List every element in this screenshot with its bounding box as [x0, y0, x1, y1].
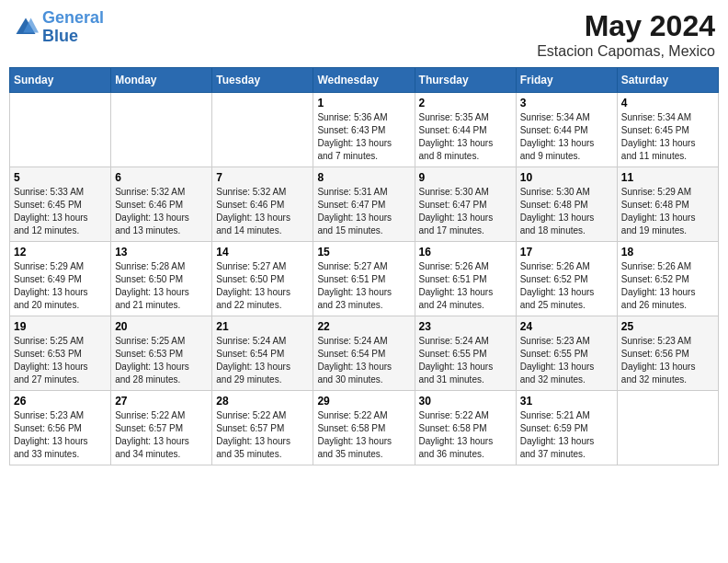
day-number: 8: [317, 171, 410, 184]
calendar-table: SundayMondayTuesdayWednesdayThursdayFrid…: [9, 67, 719, 465]
calendar-header-monday: Monday: [111, 68, 212, 93]
calendar-cell: 24Sunrise: 5:23 AM Sunset: 6:55 PM Dayli…: [516, 316, 617, 391]
logo-icon: [13, 15, 39, 40]
day-number: 29: [317, 395, 410, 408]
calendar-header-row: SundayMondayTuesdayWednesdayThursdayFrid…: [10, 68, 719, 93]
day-info: Sunrise: 5:32 AM Sunset: 6:46 PM Dayligh…: [115, 186, 208, 237]
day-number: 31: [520, 395, 613, 408]
calendar-header-saturday: Saturday: [617, 68, 718, 93]
day-info: Sunrise: 5:31 AM Sunset: 6:47 PM Dayligh…: [317, 186, 410, 237]
calendar-week-2: 5Sunrise: 5:33 AM Sunset: 6:45 PM Daylig…: [10, 167, 719, 242]
calendar-cell: 16Sunrise: 5:26 AM Sunset: 6:51 PM Dayli…: [415, 242, 516, 316]
calendar-header-thursday: Thursday: [415, 68, 516, 93]
day-info: Sunrise: 5:34 AM Sunset: 6:45 PM Dayligh…: [621, 111, 714, 163]
calendar-cell: 25Sunrise: 5:23 AM Sunset: 6:56 PM Dayli…: [617, 316, 718, 391]
calendar-cell: 3Sunrise: 5:34 AM Sunset: 6:44 PM Daylig…: [516, 93, 617, 167]
day-number: 7: [216, 171, 309, 184]
day-number: 21: [216, 320, 309, 333]
day-info: Sunrise: 5:32 AM Sunset: 6:46 PM Dayligh…: [216, 186, 309, 237]
day-number: 13: [115, 246, 208, 259]
calendar-cell: 23Sunrise: 5:24 AM Sunset: 6:55 PM Dayli…: [415, 316, 516, 391]
day-info: Sunrise: 5:21 AM Sunset: 6:59 PM Dayligh…: [520, 409, 613, 461]
day-number: 27: [115, 395, 208, 408]
calendar-cell: 8Sunrise: 5:31 AM Sunset: 6:47 PM Daylig…: [313, 167, 415, 242]
day-info: Sunrise: 5:24 AM Sunset: 6:54 PM Dayligh…: [317, 335, 410, 386]
calendar-cell: 12Sunrise: 5:29 AM Sunset: 6:49 PM Dayli…: [10, 242, 111, 316]
day-number: 20: [115, 320, 208, 333]
day-number: 22: [317, 320, 410, 333]
day-info: Sunrise: 5:35 AM Sunset: 6:44 PM Dayligh…: [419, 111, 512, 163]
day-number: 14: [216, 246, 309, 259]
day-info: Sunrise: 5:34 AM Sunset: 6:44 PM Dayligh…: [520, 111, 613, 163]
day-info: Sunrise: 5:26 AM Sunset: 6:52 PM Dayligh…: [621, 260, 714, 312]
day-number: 18: [621, 246, 714, 259]
calendar-week-5: 26Sunrise: 5:23 AM Sunset: 6:56 PM Dayli…: [10, 391, 719, 465]
logo: General Blue: [13, 9, 104, 46]
day-info: Sunrise: 5:23 AM Sunset: 6:55 PM Dayligh…: [520, 335, 613, 386]
day-info: Sunrise: 5:23 AM Sunset: 6:56 PM Dayligh…: [14, 409, 107, 461]
day-number: 5: [14, 171, 107, 184]
calendar-cell: 18Sunrise: 5:26 AM Sunset: 6:52 PM Dayli…: [617, 242, 718, 316]
calendar-cell: 1Sunrise: 5:36 AM Sunset: 6:43 PM Daylig…: [313, 93, 415, 167]
day-number: 24: [520, 320, 613, 333]
day-info: Sunrise: 5:30 AM Sunset: 6:48 PM Dayligh…: [520, 186, 613, 237]
calendar-cell: 11Sunrise: 5:29 AM Sunset: 6:48 PM Dayli…: [617, 167, 718, 242]
calendar-cell: 28Sunrise: 5:22 AM Sunset: 6:57 PM Dayli…: [212, 391, 313, 465]
calendar-cell: 9Sunrise: 5:30 AM Sunset: 6:47 PM Daylig…: [415, 167, 516, 242]
calendar-cell: 15Sunrise: 5:27 AM Sunset: 6:51 PM Dayli…: [313, 242, 415, 316]
calendar-cell: 4Sunrise: 5:34 AM Sunset: 6:45 PM Daylig…: [617, 93, 718, 167]
day-number: 4: [621, 97, 714, 109]
calendar-week-3: 12Sunrise: 5:29 AM Sunset: 6:49 PM Dayli…: [10, 242, 719, 316]
day-number: 2: [419, 97, 512, 109]
calendar-cell: 21Sunrise: 5:24 AM Sunset: 6:54 PM Dayli…: [212, 316, 313, 391]
day-info: Sunrise: 5:25 AM Sunset: 6:53 PM Dayligh…: [14, 335, 107, 386]
day-info: Sunrise: 5:33 AM Sunset: 6:45 PM Dayligh…: [14, 186, 107, 237]
calendar-cell: 27Sunrise: 5:22 AM Sunset: 6:57 PM Dayli…: [111, 391, 212, 465]
day-number: 11: [621, 171, 714, 184]
day-info: Sunrise: 5:22 AM Sunset: 6:57 PM Dayligh…: [216, 409, 309, 461]
calendar-cell: 14Sunrise: 5:27 AM Sunset: 6:50 PM Dayli…: [212, 242, 313, 316]
day-number: 19: [14, 320, 107, 333]
day-number: 10: [520, 171, 613, 184]
day-number: 15: [317, 246, 410, 259]
day-info: Sunrise: 5:29 AM Sunset: 6:48 PM Dayligh…: [621, 186, 714, 237]
calendar-header-friday: Friday: [516, 68, 617, 93]
day-info: Sunrise: 5:24 AM Sunset: 6:55 PM Dayligh…: [419, 335, 512, 386]
day-info: Sunrise: 5:22 AM Sunset: 6:58 PM Dayligh…: [419, 409, 512, 461]
calendar-cell: 31Sunrise: 5:21 AM Sunset: 6:59 PM Dayli…: [516, 391, 617, 465]
calendar-cell: 20Sunrise: 5:25 AM Sunset: 6:53 PM Dayli…: [111, 316, 212, 391]
day-info: Sunrise: 5:25 AM Sunset: 6:53 PM Dayligh…: [115, 335, 208, 386]
calendar-cell: [617, 391, 718, 465]
calendar-cell: [10, 93, 111, 167]
calendar-cell: 30Sunrise: 5:22 AM Sunset: 6:58 PM Dayli…: [415, 391, 516, 465]
day-info: Sunrise: 5:36 AM Sunset: 6:43 PM Dayligh…: [317, 111, 410, 163]
title-block: May 2024 Estacion Capomas, Mexico: [537, 9, 715, 60]
calendar-cell: 22Sunrise: 5:24 AM Sunset: 6:54 PM Dayli…: [313, 316, 415, 391]
day-info: Sunrise: 5:24 AM Sunset: 6:54 PM Dayligh…: [216, 335, 309, 386]
calendar-header-tuesday: Tuesday: [212, 68, 313, 93]
calendar-cell: 13Sunrise: 5:28 AM Sunset: 6:50 PM Dayli…: [111, 242, 212, 316]
calendar-cell: [111, 93, 212, 167]
day-number: 6: [115, 171, 208, 184]
day-info: Sunrise: 5:26 AM Sunset: 6:51 PM Dayligh…: [419, 260, 512, 312]
day-info: Sunrise: 5:23 AM Sunset: 6:56 PM Dayligh…: [621, 335, 714, 386]
calendar-cell: 7Sunrise: 5:32 AM Sunset: 6:46 PM Daylig…: [212, 167, 313, 242]
calendar-cell: 17Sunrise: 5:26 AM Sunset: 6:52 PM Dayli…: [516, 242, 617, 316]
day-info: Sunrise: 5:26 AM Sunset: 6:52 PM Dayligh…: [520, 260, 613, 312]
month-year: May 2024: [537, 9, 715, 43]
day-number: 9: [419, 171, 512, 184]
day-number: 26: [14, 395, 107, 408]
day-info: Sunrise: 5:27 AM Sunset: 6:51 PM Dayligh…: [317, 260, 410, 312]
day-number: 30: [419, 395, 512, 408]
day-info: Sunrise: 5:22 AM Sunset: 6:57 PM Dayligh…: [115, 409, 208, 461]
day-info: Sunrise: 5:29 AM Sunset: 6:49 PM Dayligh…: [14, 260, 107, 312]
calendar-week-1: 1Sunrise: 5:36 AM Sunset: 6:43 PM Daylig…: [10, 93, 719, 167]
day-number: 3: [520, 97, 613, 109]
calendar-cell: 2Sunrise: 5:35 AM Sunset: 6:44 PM Daylig…: [415, 93, 516, 167]
day-info: Sunrise: 5:22 AM Sunset: 6:58 PM Dayligh…: [317, 409, 410, 461]
calendar-cell: 19Sunrise: 5:25 AM Sunset: 6:53 PM Dayli…: [10, 316, 111, 391]
calendar-week-4: 19Sunrise: 5:25 AM Sunset: 6:53 PM Dayli…: [10, 316, 719, 391]
day-info: Sunrise: 5:30 AM Sunset: 6:47 PM Dayligh…: [419, 186, 512, 237]
day-info: Sunrise: 5:27 AM Sunset: 6:50 PM Dayligh…: [216, 260, 309, 312]
day-number: 28: [216, 395, 309, 408]
